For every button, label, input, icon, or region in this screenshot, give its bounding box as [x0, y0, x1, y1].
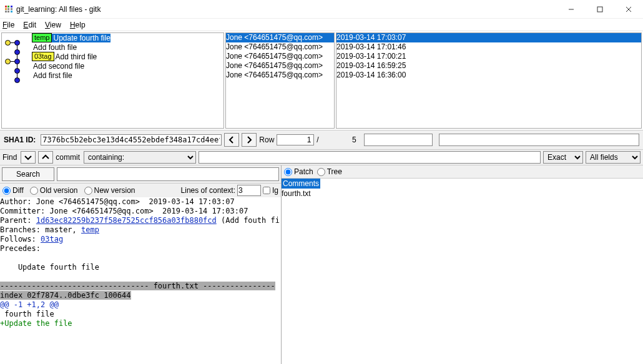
commit-row[interactable]: Add second file	[2, 61, 223, 71]
parent-sha-link[interactable]: 1d63ec82259b237f58e7525ccf856a03fb880fcd	[36, 216, 217, 225]
patch-tree-row: Patch Tree	[282, 165, 643, 179]
sha-row-bar: SHA1 ID: Row 1 / 5	[0, 130, 643, 150]
sha-label: SHA1 ID:	[4, 135, 36, 144]
old-version-radio[interactable]: Old version	[30, 186, 78, 195]
commit-message-cell[interactable]: Add second file	[32, 62, 84, 71]
commit-message: Update fourth file	[0, 263, 99, 272]
author-pane[interactable]: Jone <764651475@qq.com>Jone <764651475@q…	[225, 32, 335, 129]
find-bar: Find commit containing: Exact All fields	[0, 150, 643, 165]
author-line: Author: Jone <764651475@qq.com> 2019-03-…	[0, 197, 235, 206]
sha-input[interactable]	[41, 134, 222, 145]
find-mode-select[interactable]: containing:	[84, 151, 196, 164]
committer-line: Committer: Jone <764651475@qq.com> 2019-…	[0, 207, 248, 215]
bottom-split: Search Diff Old version New version Line…	[0, 165, 643, 364]
date-cell[interactable]: 2019-03-14 17:01:46	[336, 42, 641, 52]
nav-back-button[interactable]	[224, 133, 239, 147]
commit-message-cell[interactable]: Add fouth file	[32, 43, 77, 52]
maximize-button[interactable]	[586, 0, 614, 19]
close-button[interactable]	[614, 0, 643, 19]
graph-node-icon	[5, 40, 11, 46]
search-input[interactable]	[57, 167, 279, 181]
graph-node-icon	[14, 68, 20, 74]
tree-radio[interactable]: Tree	[317, 167, 342, 176]
author-cell[interactable]: Jone <764651475@qq.com>	[226, 33, 334, 42]
branches-line: Branches: master, temp	[0, 225, 99, 234]
graph-node-icon	[14, 59, 20, 64]
file-comments[interactable]: Comments	[282, 179, 320, 189]
author-cell[interactable]: Jone <764651475@qq.com>	[226, 52, 334, 61]
branch-ref[interactable]: temp	[32, 33, 52, 42]
date-pane[interactable]: 2019-03-14 17:03:072019-03-14 17:01:4620…	[336, 32, 642, 129]
row-total: 5	[322, 135, 359, 145]
branch-link[interactable]: temp	[81, 225, 99, 234]
find-commit-label: commit	[56, 153, 80, 162]
menu-edit[interactable]: Edit	[23, 21, 36, 29]
find-prev-button[interactable]	[38, 151, 53, 164]
diff-hunk-header: @@ -1 +1,2 @@	[0, 300, 59, 309]
file-item[interactable]: fourth.txt	[282, 189, 643, 199]
commit-row[interactable]: Add fouth file	[2, 42, 223, 52]
app-icon	[5, 6, 12, 13]
date-cell[interactable]: 2019-03-14 16:59:25	[336, 61, 641, 71]
mid-empty-small	[364, 134, 433, 146]
diff-file-header: --------------------------------- fourth…	[0, 282, 275, 290]
menu-help[interactable]: Help	[70, 21, 86, 29]
file-list[interactable]: Comments fourth.txt	[282, 179, 643, 199]
find-next-button[interactable]	[21, 151, 36, 164]
bottom-left-pane: Search Diff Old version New version Line…	[0, 165, 281, 364]
tag-ref[interactable]: 03tag	[32, 52, 54, 61]
lines-of-context-label: Lines of context:	[181, 186, 235, 195]
window-title: git_learning: All files - gitk	[16, 5, 101, 14]
commit-message-cell[interactable]: Add first file	[32, 71, 72, 80]
date-cell[interactable]: 2019-03-14 17:00:21	[336, 52, 641, 61]
commit-message-cell[interactable]: Update fourth file	[52, 34, 110, 42]
nav-forward-button[interactable]	[242, 133, 257, 147]
new-version-radio[interactable]: New version	[84, 186, 135, 195]
diff-added-line: +Update the file	[0, 319, 72, 328]
diff-radio[interactable]: Diff	[2, 186, 24, 195]
commit-row[interactable]: Add first file	[2, 71, 223, 80]
parent-line: Parent: 1d63ec82259b237f58e7525ccf856a03…	[0, 216, 280, 225]
minimize-button[interactable]	[557, 0, 586, 19]
find-label: Find	[2, 153, 17, 162]
ignore-checkbox[interactable]	[263, 187, 270, 194]
svg-rect-1	[597, 7, 602, 12]
menu-file[interactable]: File	[2, 21, 14, 29]
commit-row[interactable]: temp Update fourth file	[2, 33, 223, 42]
patch-radio[interactable]: Patch	[284, 167, 313, 176]
date-cell[interactable]: 2019-03-14 16:36:00	[336, 71, 641, 80]
author-cell[interactable]: Jone <764651475@qq.com>	[226, 61, 334, 71]
find-fields-select[interactable]: All fields	[586, 151, 641, 164]
ignore-label: Ig	[272, 186, 278, 195]
precedes-line: Precedes:	[0, 244, 41, 253]
row-sep: /	[317, 135, 318, 144]
author-cell[interactable]: Jone <764651475@qq.com>	[226, 71, 334, 80]
follows-line: Follows: 03tag	[0, 235, 63, 243]
graph-node-icon	[5, 59, 11, 64]
bottom-right-pane: Patch Tree Comments fourth.txt	[281, 165, 643, 364]
commit-graph-pane[interactable]: temp Update fourth fileAdd fouth file03t…	[1, 32, 224, 129]
commit-message-cell[interactable]: Add third file	[54, 52, 97, 61]
menubar: File Edit View Help	[0, 19, 643, 31]
follows-link[interactable]: 03tag	[41, 235, 63, 243]
menu-view[interactable]: View	[45, 21, 61, 29]
commit-detail-view[interactable]: Author: Jone <764651475@qq.com> 2019-03-…	[0, 197, 281, 364]
row-label: Row	[259, 135, 274, 144]
date-cell[interactable]: 2019-03-14 17:03:07	[336, 33, 641, 42]
titlebar: git_learning: All files - gitk	[0, 0, 643, 19]
commit-row[interactable]: 03tag Add third file	[2, 52, 223, 61]
diff-context-line: fourth file	[0, 310, 54, 318]
graph-node-icon	[14, 49, 20, 55]
mid-empty-large	[439, 134, 639, 146]
diff-index-line: index 02f7874..0dbe3fc 100644	[0, 291, 131, 300]
row-current: 1	[277, 134, 314, 145]
search-row: Search	[0, 165, 281, 183]
graph-node-icon	[14, 40, 20, 46]
search-button[interactable]: Search	[2, 167, 54, 181]
find-match-select[interactable]: Exact	[543, 151, 583, 164]
author-cell[interactable]: Jone <764651475@qq.com>	[226, 42, 334, 52]
lines-of-context-input[interactable]	[237, 185, 261, 196]
diff-options-row: Diff Old version New version Lines of co…	[0, 183, 281, 197]
find-input[interactable]	[199, 151, 541, 164]
history-panes: temp Update fourth fileAdd fouth file03t…	[0, 31, 643, 130]
